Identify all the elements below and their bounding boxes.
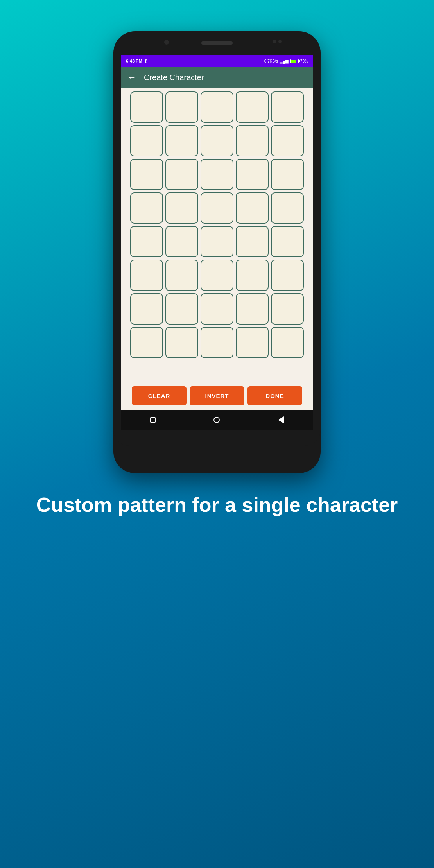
- sensor-dot-1: [273, 40, 276, 43]
- grid-cell[interactable]: [130, 327, 163, 358]
- grid-row: [124, 226, 310, 257]
- grid-cell[interactable]: [165, 293, 198, 325]
- phone-wrapper: 6:43 PM 𝐏 6.7KB/s ▂▄▆ 79% ← Create Chara…: [113, 31, 321, 473]
- grid-cell[interactable]: [165, 260, 198, 291]
- grid-cell[interactable]: [271, 125, 304, 156]
- grid-row: [124, 192, 310, 224]
- grid-cell[interactable]: [271, 293, 304, 325]
- grid-cell[interactable]: [271, 192, 304, 224]
- back-nav-icon[interactable]: [278, 416, 284, 423]
- grid-row: [124, 327, 310, 358]
- grid-cell[interactable]: [271, 226, 304, 257]
- time-display: 6:43 PM: [126, 59, 142, 63]
- network-speed: 6.7KB/s: [264, 59, 278, 63]
- grid-cell[interactable]: [271, 159, 304, 190]
- grid-row: [124, 159, 310, 190]
- grid-cell[interactable]: [271, 260, 304, 291]
- app-bar: ← Create Character: [121, 67, 313, 88]
- grid-cell[interactable]: [165, 192, 198, 224]
- grid-cell[interactable]: [130, 226, 163, 257]
- invert-button[interactable]: INVERT: [190, 386, 244, 405]
- grid-cell[interactable]: [130, 159, 163, 190]
- grid-row: [124, 91, 310, 123]
- battery-percent: 79%: [300, 59, 308, 63]
- status-right: 6.7KB/s ▂▄▆ 79%: [264, 59, 308, 63]
- bottom-text-section: Custom pattern for a single character: [13, 493, 421, 517]
- grid-cell[interactable]: [165, 327, 198, 358]
- signal-icon: ▂▄▆: [280, 59, 289, 63]
- grid-cell[interactable]: [201, 192, 233, 224]
- grid-cell[interactable]: [165, 125, 198, 156]
- grid-cell[interactable]: [236, 125, 269, 156]
- grid-cell[interactable]: [271, 327, 304, 358]
- grid-row: [124, 125, 310, 156]
- grid-cell[interactable]: [201, 125, 233, 156]
- grid-cell[interactable]: [130, 125, 163, 156]
- character-grid: [121, 88, 313, 382]
- bottom-nav-bar: [121, 410, 313, 430]
- battery-icon: [290, 59, 299, 63]
- phone-shell: 6:43 PM 𝐏 6.7KB/s ▂▄▆ 79% ← Create Chara…: [113, 31, 321, 473]
- status-left: 6:43 PM 𝐏: [126, 59, 147, 64]
- home-button[interactable]: [213, 417, 220, 423]
- grid-cell[interactable]: [236, 293, 269, 325]
- grid-cell[interactable]: [201, 226, 233, 257]
- tagline-text: Custom pattern for a single character: [36, 493, 398, 517]
- battery-fill: [291, 60, 296, 63]
- grid-cell[interactable]: [130, 260, 163, 291]
- grid-cell[interactable]: [201, 293, 233, 325]
- phone-top-bezel: [113, 31, 321, 55]
- phone-bottom-bezel: [113, 430, 321, 446]
- grid-row: [124, 293, 310, 325]
- grid-cell[interactable]: [130, 293, 163, 325]
- done-button[interactable]: DONE: [247, 386, 302, 405]
- p-icon: 𝐏: [145, 59, 147, 64]
- grid-cell[interactable]: [236, 226, 269, 257]
- grid-cell[interactable]: [201, 327, 233, 358]
- back-button[interactable]: ←: [127, 72, 136, 82]
- grid-cell[interactable]: [201, 159, 233, 190]
- speaker: [201, 41, 233, 45]
- grid-cell[interactable]: [165, 91, 198, 123]
- action-buttons-row: CLEAR INVERT DONE: [121, 382, 313, 410]
- grid-cell[interactable]: [236, 159, 269, 190]
- grid-row: [124, 260, 310, 291]
- grid-cell[interactable]: [165, 226, 198, 257]
- recent-apps-icon[interactable]: [150, 417, 156, 423]
- grid-cell[interactable]: [201, 91, 233, 123]
- grid-cell[interactable]: [236, 192, 269, 224]
- grid-cell[interactable]: [165, 159, 198, 190]
- sensor-dots: [273, 40, 282, 43]
- clear-button[interactable]: CLEAR: [132, 386, 187, 405]
- grid-cell[interactable]: [201, 260, 233, 291]
- grid-cell[interactable]: [130, 91, 163, 123]
- phone-screen: 6:43 PM 𝐏 6.7KB/s ▂▄▆ 79% ← Create Chara…: [121, 55, 313, 430]
- grid-cell[interactable]: [236, 260, 269, 291]
- grid-cell[interactable]: [271, 91, 304, 123]
- grid-cell[interactable]: [130, 192, 163, 224]
- grid-cell[interactable]: [236, 327, 269, 358]
- status-bar: 6:43 PM 𝐏 6.7KB/s ▂▄▆ 79%: [121, 55, 313, 67]
- sensor-dot-2: [278, 40, 282, 43]
- camera-dot: [164, 40, 169, 45]
- screen-title: Create Character: [144, 73, 204, 82]
- grid-cell[interactable]: [236, 91, 269, 123]
